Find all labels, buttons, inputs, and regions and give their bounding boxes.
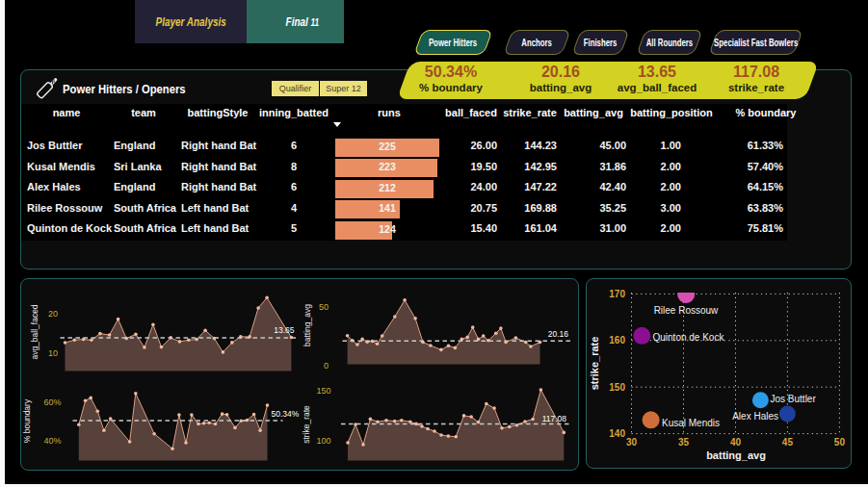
svg-text:13.65: 13.65 [274,325,295,335]
svg-text:35: 35 [678,437,690,448]
svg-text:45: 45 [782,437,794,448]
svg-text:20: 20 [48,309,58,319]
svg-text:batting_avg: batting_avg [302,304,312,346]
svg-text:Rilee Rossouw: Rilee Rossouw [654,305,719,316]
svg-text:60%: 60% [43,397,61,407]
svg-text:140: 140 [609,428,625,439]
svg-text:30: 30 [626,437,638,448]
svg-text:10: 10 [48,348,58,358]
svg-text:50: 50 [319,302,329,312]
svg-text:117.08: 117.08 [542,414,567,423]
svg-text:avg_ball_faced: avg_ball_faced [30,304,39,359]
svg-text:20.16: 20.16 [548,329,569,339]
svg-text:160: 160 [609,335,625,346]
svg-text:0: 0 [324,361,329,371]
svg-text:strike_rate: strike_rate [302,405,311,444]
svg-text:50.34%: 50.34% [272,409,300,419]
svg-text:Alex Hales: Alex Hales [732,411,778,422]
svg-text:Jos Buttler: Jos Buttler [771,394,817,404]
svg-text:50: 50 [834,437,846,448]
svg-text:100: 100 [316,436,330,446]
svg-text:% boundary: % boundary [22,398,32,443]
svg-text:170: 170 [609,289,625,299]
svg-text:Quinton de Kock: Quinton de Kock [653,332,725,343]
svg-text:40: 40 [730,437,742,448]
svg-text:150: 150 [609,382,625,393]
svg-text:40%: 40% [43,436,61,446]
svg-text:Kusal Mendis: Kusal Mendis [662,418,720,428]
svg-text:strike_rate: strike_rate [589,337,600,391]
svg-text:batting_avg: batting_avg [706,449,766,461]
svg-text:150: 150 [316,386,330,396]
